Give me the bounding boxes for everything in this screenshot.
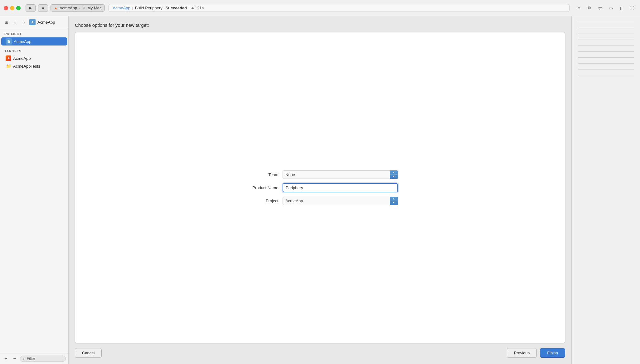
team-stepper[interactable]: ▲ ▼ <box>390 170 398 179</box>
targets-section-label: TARGETS <box>0 48 68 54</box>
arrows-icon[interactable]: ⇄ <box>596 4 604 12</box>
project-label: Project: <box>242 199 279 203</box>
add-target-button[interactable]: + <box>2 355 9 362</box>
project-stepper-up-icon[interactable]: ▲ <box>390 197 398 201</box>
project-stepper[interactable]: ▲ ▼ <box>390 197 398 205</box>
fullscreen-icon[interactable]: ⛶ <box>628 4 636 12</box>
product-name-row: Product Name: <box>242 183 398 192</box>
right-panel-divider-3 <box>578 34 634 34</box>
project-section-label: PROJECT <box>0 31 68 37</box>
maximize-button[interactable] <box>16 6 21 10</box>
align-left-icon[interactable]: ≡ <box>575 4 583 12</box>
filter-icon: ⊙ <box>23 357 26 361</box>
stepper-down-icon[interactable]: ▼ <box>390 175 398 179</box>
team-select[interactable]: None <box>283 170 398 179</box>
finish-button[interactable]: Finish <box>540 348 565 358</box>
link-icon[interactable]: ⧉ <box>585 4 594 12</box>
right-panel-divider-2 <box>578 28 634 28</box>
sidebar-content: PROJECT 📄 AcmeApp TARGETS ⚑ AcmeApp 📁 Ac… <box>0 28 68 353</box>
project-select-container: AcmeApp ▲ ▼ <box>283 197 398 205</box>
remove-target-button[interactable]: − <box>11 355 18 362</box>
sidebar-bottom-bar: + − ⊙ <box>0 353 68 364</box>
right-panel-divider-6 <box>578 51 634 52</box>
play-button[interactable]: ▶ <box>26 4 36 12</box>
right-panel-divider-5 <box>578 46 634 46</box>
right-panel-divider-9 <box>578 69 634 69</box>
project-select[interactable]: AcmeApp <box>283 197 398 205</box>
sidebar-item-acmeapp-target[interactable]: ⚑ AcmeApp <box>1 55 67 62</box>
right-panel-divider-10 <box>578 75 634 75</box>
target-icon: ⚑ <box>6 55 11 61</box>
close-button[interactable] <box>4 6 8 10</box>
device-name: My Mac <box>87 6 102 10</box>
breadcrumb-sep1: | <box>132 6 133 10</box>
main-layout: ⊞ ‹ › A AcmeApp PROJECT 📄 AcmeApp TARGET… <box>0 16 640 364</box>
project-icon: A <box>29 19 36 25</box>
sidebar-top-bar: ⊞ ‹ › A AcmeApp <box>0 16 68 28</box>
team-row: Team: None ▲ ▼ <box>242 170 398 179</box>
stop-button[interactable]: ■ <box>38 4 48 12</box>
titlebar-controls-right: ≡ ⧉ ⇄ ▭ ▯ ⛶ <box>575 4 636 12</box>
team-label: Team: <box>242 172 279 177</box>
page-title: Choose options for your new target: <box>75 22 565 28</box>
project-stepper-down-icon[interactable]: ▼ <box>390 201 398 205</box>
right-panel-divider-4 <box>578 40 634 40</box>
split-v-icon[interactable]: ▭ <box>606 4 615 12</box>
sidebar-project-label: AcmeApp <box>14 39 31 44</box>
right-panel <box>571 16 640 364</box>
dialog-panel: Team: None ▲ ▼ Product Name: <box>75 32 565 343</box>
titlebar: ▶ ■ ▲ AcmeApp › 🖥 My Mac AcmeApp | Build… <box>0 0 640 16</box>
stepper-up-icon[interactable]: ▲ <box>390 171 398 175</box>
project-file-icon: 📄 <box>6 38 12 45</box>
back-button[interactable]: ‹ <box>12 19 19 26</box>
breadcrumb-bar: AcmeApp | Build Periphery: Succeeded | 4… <box>109 4 570 12</box>
project-row: Project: AcmeApp ▲ ▼ <box>242 197 398 205</box>
sidebar-target2-label: AcmeAppTests <box>13 64 40 69</box>
forward-button[interactable]: › <box>21 19 27 26</box>
tests-folder-icon: 📁 <box>6 63 11 69</box>
sidebar-target1-label: AcmeApp <box>13 56 31 61</box>
previous-button[interactable]: Previous <box>507 348 537 358</box>
breadcrumb-sep2: | <box>189 6 190 10</box>
bottom-bar: Cancel Previous Finish <box>75 343 565 358</box>
content-area: Choose options for your new target: Team… <box>69 16 571 364</box>
sidebar-item-acmeapptests[interactable]: 📁 AcmeAppTests <box>1 62 67 70</box>
product-name-label: Product Name: <box>242 185 279 190</box>
right-panel-divider-1 <box>578 22 634 22</box>
form-container: Team: None ▲ ▼ Product Name: <box>242 170 398 205</box>
navigation-buttons: Previous Finish <box>507 348 565 358</box>
split-h-icon[interactable]: ▯ <box>617 4 626 12</box>
breadcrumb-action: Build Periphery: <box>135 6 164 10</box>
breadcrumb-time: 4.121s <box>192 6 204 10</box>
filter-box[interactable]: ⊙ <box>20 356 66 362</box>
traffic-lights <box>4 6 21 10</box>
grid-icon[interactable]: ⊞ <box>3 19 10 26</box>
cancel-button[interactable]: Cancel <box>75 348 102 358</box>
product-name-input[interactable] <box>283 183 398 192</box>
breadcrumb-status: Succeeded <box>165 6 187 10</box>
sidebar-project-title: AcmeApp <box>37 20 55 25</box>
filter-input[interactable] <box>27 357 63 361</box>
sidebar: ⊞ ‹ › A AcmeApp PROJECT 📄 AcmeApp TARGET… <box>0 16 69 364</box>
minimize-button[interactable] <box>10 6 14 10</box>
right-panel-divider-8 <box>578 63 634 64</box>
scheme-selector[interactable]: ▲ AcmeApp › 🖥 My Mac <box>51 4 105 12</box>
right-panel-divider-7 <box>578 57 634 58</box>
sidebar-item-acmeapp-project[interactable]: 📄 AcmeApp <box>1 37 67 46</box>
team-select-container: None ▲ ▼ <box>283 170 398 179</box>
breadcrumb-project: AcmeApp <box>113 6 130 10</box>
scheme-name: AcmeApp <box>60 6 77 10</box>
